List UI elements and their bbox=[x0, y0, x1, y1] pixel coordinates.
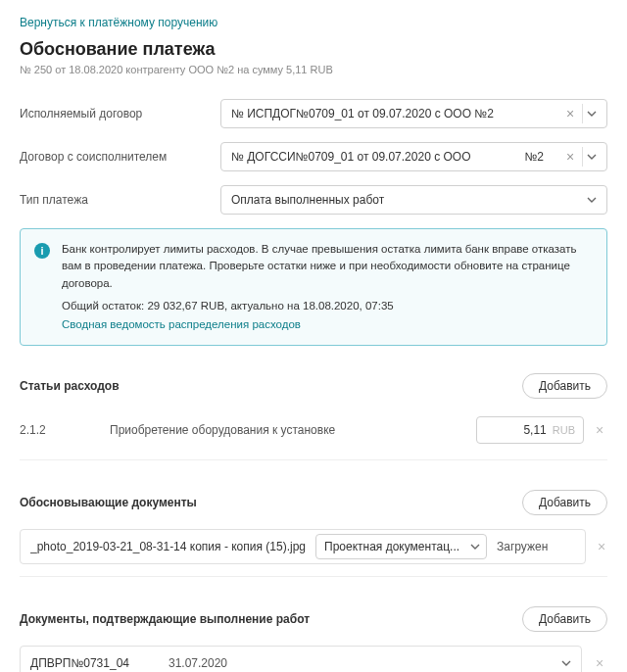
expense-code: 2.1.2 bbox=[20, 423, 98, 437]
chevron-down-icon bbox=[587, 154, 597, 160]
add-confirm-button[interactable]: Добавить bbox=[522, 606, 607, 632]
subcontract-select[interactable]: № ДОГССИ№0709_01 от 09.07.2020 с ООО №2 … bbox=[220, 142, 607, 171]
payment-type-select[interactable]: Оплата выполненных работ bbox=[220, 185, 607, 215]
chevron-down-icon bbox=[587, 197, 597, 203]
contract-value: № ИСПДОГ№0709_01 от 09.07.2020 с ООО №2 bbox=[231, 107, 494, 120]
info-box: i Банк контролирует лимиты расходов. В с… bbox=[20, 228, 607, 346]
add-doc-button[interactable]: Добавить bbox=[522, 490, 607, 515]
clear-icon[interactable]: × bbox=[563, 106, 577, 121]
payment-type-value: Оплата выполненных работ bbox=[231, 193, 384, 207]
confirm-doc-select[interactable]: ДПВРП№0731_04 31.07.2020 bbox=[20, 646, 582, 672]
page-title: Обоснование платежа bbox=[20, 39, 607, 60]
remove-icon[interactable]: × bbox=[596, 539, 607, 554]
contract-select[interactable]: № ИСПДОГ№0709_01 от 09.07.2020 с ООО №2 … bbox=[220, 99, 607, 128]
confirm-title: Документы, подтверждающие выполнение раб… bbox=[20, 612, 310, 626]
clear-icon[interactable]: × bbox=[563, 149, 577, 165]
remove-icon[interactable]: × bbox=[592, 655, 607, 671]
expense-currency: RUB bbox=[553, 424, 575, 436]
subcontract-badge: №2 bbox=[520, 150, 548, 164]
chevron-down-icon bbox=[561, 660, 571, 666]
add-expense-button[interactable]: Добавить bbox=[522, 373, 607, 399]
remove-icon[interactable]: × bbox=[592, 422, 607, 438]
info-balance: Общий остаток: 29 032,67 RUB, актуально … bbox=[62, 298, 593, 314]
subcontract-value: № ДОГССИ№0709_01 от 09.07.2020 с ООО bbox=[231, 150, 470, 164]
docs-title: Обосновывающие документы bbox=[20, 496, 197, 509]
doc-status: Загружен bbox=[497, 540, 575, 553]
doc-type-value: Проектная документац... bbox=[324, 540, 478, 553]
page-subtitle: № 250 от 18.08.2020 контрагенту ООО №2 н… bbox=[20, 64, 607, 75]
back-link[interactable]: Вернуться к платёжному поручению bbox=[20, 16, 217, 29]
contract-label: Исполняемый договор bbox=[20, 107, 220, 120]
expense-amount-value: 5,11 bbox=[523, 423, 546, 437]
info-icon: i bbox=[34, 243, 50, 259]
payment-type-label: Тип платежа bbox=[20, 193, 220, 207]
subcontract-label: Договор с соисполнителем bbox=[20, 150, 220, 164]
doc-filename: _photo_2019-03-21_08-31-14 копия - копия… bbox=[30, 540, 306, 553]
confirm-doc-code: ДПВРП№0731_04 bbox=[30, 656, 129, 670]
chevron-down-icon bbox=[587, 111, 597, 117]
confirm-doc-date: 31.07.2020 bbox=[169, 656, 227, 670]
info-text: Банк контролирует лимиты расходов. В слу… bbox=[62, 241, 593, 292]
expense-desc: Приобретение оборудования к установке bbox=[110, 423, 464, 437]
doc-type-select[interactable]: Проектная документац... bbox=[315, 534, 487, 559]
expenses-title: Статьи расходов bbox=[20, 379, 120, 393]
expense-amount-input[interactable]: 5,11 RUB bbox=[476, 416, 584, 444]
doc-row: _photo_2019-03-21_08-31-14 копия - копия… bbox=[20, 529, 586, 564]
info-link[interactable]: Сводная ведомость распределения расходов bbox=[62, 316, 301, 333]
expense-row: 2.1.2 Приобретение оборудования к устано… bbox=[20, 412, 607, 448]
